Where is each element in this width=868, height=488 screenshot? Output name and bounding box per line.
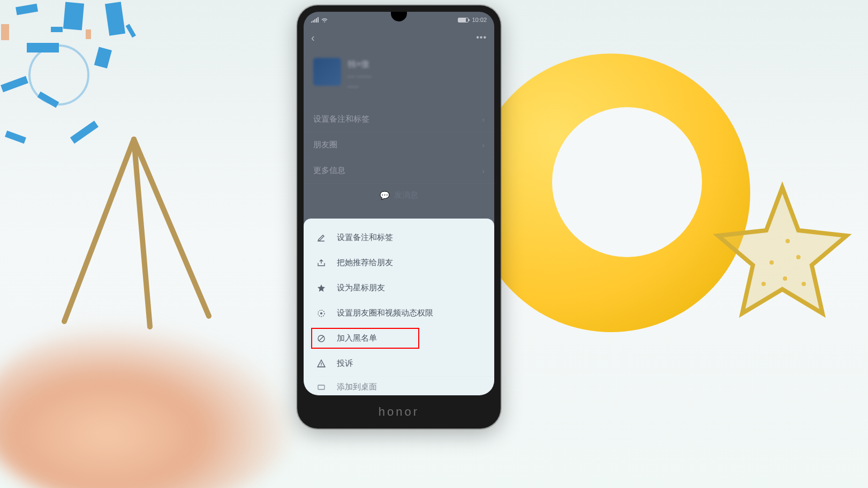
phone-frame: 10:02 ‹ ••• 独×傲 ━━ ━━━━ ━━━ 设置备注和标签 › [297,5,501,429]
svg-point-20 [783,276,787,281]
sheet-row-desktop-partial[interactable]: 添加到桌面 [304,376,494,392]
sheet-row-privacy[interactable]: 设置朋友圈和视频动态权限 [304,301,494,326]
chat-icon: 💬 [380,191,390,200]
battery-icon [458,18,469,22]
desktop-icon [316,382,326,392]
avatar[interactable] [313,58,341,86]
svg-rect-7 [70,121,99,144]
svg-line-15 [134,139,150,327]
svg-rect-8 [5,131,26,144]
svg-rect-2 [105,2,125,36]
svg-rect-0 [16,4,38,16]
sheet-remarks-label: 设置备注和标签 [337,232,393,243]
svg-rect-12 [1,24,9,40]
svg-point-19 [769,260,774,265]
svg-rect-10 [126,24,136,38]
warning-icon [316,359,326,369]
profile-subtext-2: ━━━ [348,84,372,91]
header-bar: ‹ ••• [304,26,494,49]
sheet-complain-label: 投诉 [337,358,353,369]
send-message-label: 发消息 [394,190,418,200]
wifi-icon [321,17,328,22]
block-icon [316,334,326,343]
svg-point-9 [29,46,88,104]
profile-nickname: 独×傲 [348,59,372,70]
svg-rect-1 [63,2,84,31]
sheet-recommend-label: 把她推荐给朋友 [337,258,393,268]
chevron-right-icon: › [482,167,485,175]
sheet-row-recommend[interactable]: 把她推荐给朋友 [304,250,494,275]
svg-rect-5 [1,76,28,92]
star-icon [316,283,326,293]
settings-list: 设置备注和标签 › 朋友圈 › 更多信息 › 💬 发消息 [304,107,494,207]
status-time: 10:02 [472,17,487,23]
profile-subtext: ━━ ━━━━ [348,73,372,80]
svg-line-14 [64,139,134,321]
svg-line-26 [319,336,323,341]
sheet-row-star[interactable]: 设为星标朋友 [304,275,494,301]
background-abstract-decoration [0,0,225,171]
phone-screen: 10:02 ‹ ••• 独×傲 ━━ ━━━━ ━━━ 设置备注和标签 › [304,12,494,395]
sheet-privacy-label: 设置朋友圈和视频动态权限 [337,308,433,318]
svg-point-18 [796,255,801,259]
sheet-row-remarks[interactable]: 设置备注和标签 [304,225,494,250]
svg-rect-4 [94,47,112,68]
svg-point-28 [321,365,322,366]
svg-rect-11 [51,27,63,32]
sheet-blacklist-label: 加入黑名单 [337,333,377,343]
svg-rect-13 [86,29,91,39]
svg-rect-29 [318,385,324,389]
svg-rect-3 [27,43,59,52]
svg-rect-6 [37,92,59,108]
settings-moments-label: 朋友圈 [313,140,337,150]
back-icon[interactable]: ‹ [311,32,315,44]
edit-icon [316,233,326,243]
more-icon[interactable]: ••• [476,33,487,42]
svg-point-21 [761,282,766,286]
sheet-row-complain[interactable]: 投诉 [304,351,494,376]
action-sheet: 设置备注和标签 把她推荐给朋友 设为星标朋友 设置朋友圈和视频动态权限 [304,219,494,395]
chevron-right-icon: › [482,115,485,124]
settings-row-more[interactable]: 更多信息 › [304,158,494,184]
background-tripod-decoration [48,129,220,343]
settings-row-moments[interactable]: 朋友圈 › [304,132,494,158]
settings-icon [316,309,326,318]
svg-point-24 [320,312,322,314]
settings-row-remarks[interactable]: 设置备注和标签 › [304,107,494,132]
sheet-row-blacklist[interactable]: 加入黑名单 [304,326,494,351]
profile-section: 独×傲 ━━ ━━━━ ━━━ [304,49,494,101]
svg-line-16 [134,139,209,316]
send-message-row[interactable]: 💬 发消息 [304,184,494,207]
sheet-star-label: 设为星标朋友 [337,283,385,293]
settings-more-label: 更多信息 [313,166,345,176]
settings-remarks-label: 设置备注和标签 [313,114,369,124]
phone-brand-logo: honor [297,405,501,419]
chevron-right-icon: › [482,141,485,149]
svg-point-17 [786,239,790,243]
svg-point-22 [802,282,806,286]
signal-icon [311,17,319,22]
background-star-decoration [707,171,857,343]
background-moon-decoration [472,54,750,332]
share-icon [316,258,326,268]
sheet-desktop-label: 添加到桌面 [337,382,377,392]
background-hand [0,322,300,488]
